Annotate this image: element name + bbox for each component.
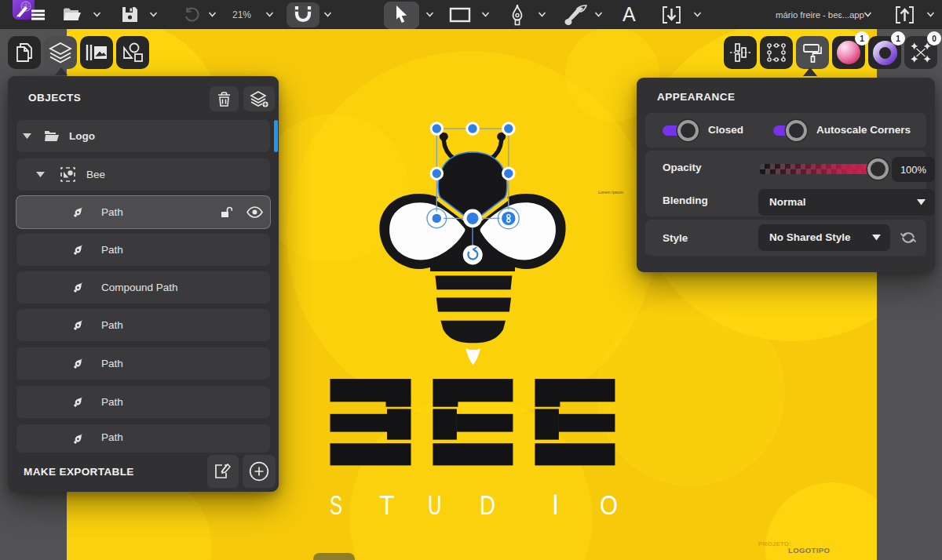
- svg-text:S: S: [330, 489, 342, 520]
- svg-text:O: O: [600, 489, 618, 520]
- svg-text:T: T: [379, 489, 395, 520]
- svg-text:PROJETO:: PROJETO:: [758, 540, 791, 547]
- svg-text:Lorem Ipsum: Lorem Ipsum: [598, 190, 624, 195]
- svg-text:LOGOTIPO: LOGOTIPO: [788, 546, 830, 555]
- svg-text:U: U: [428, 489, 442, 520]
- svg-text:D: D: [480, 489, 495, 520]
